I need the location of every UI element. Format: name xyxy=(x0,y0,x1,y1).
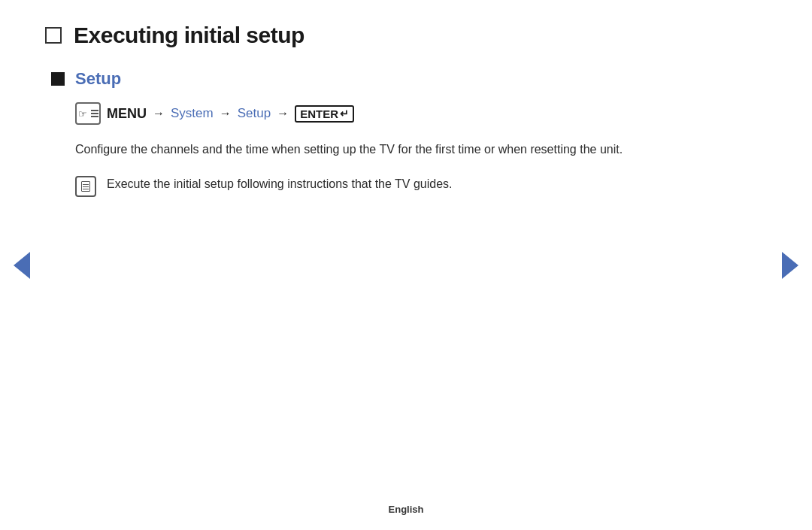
note-icon-inner xyxy=(81,181,90,192)
section-title-row: Setup xyxy=(51,69,752,89)
footer-language: English xyxy=(389,504,424,515)
arrow-3: → xyxy=(277,107,289,120)
enter-arrow-icon: ↵ xyxy=(340,108,349,120)
nav-prev-button[interactable] xyxy=(14,252,30,279)
system-link: System xyxy=(171,106,214,121)
menu-bar-2 xyxy=(91,113,98,114)
section-title: Setup xyxy=(75,69,121,89)
setup-link: Setup xyxy=(238,106,271,121)
menu-bar-1 xyxy=(91,110,98,111)
finger-icon: ☞ xyxy=(78,108,87,120)
note-icon xyxy=(75,176,96,197)
note-line-2 xyxy=(83,186,89,188)
description-text: Configure the channels and the time when… xyxy=(75,140,729,159)
note-row: Execute the initial setup following inst… xyxy=(75,174,752,197)
main-content: Executing initial setup Setup ☞ MENU → S… xyxy=(0,0,812,197)
menu-word: MENU xyxy=(107,106,147,122)
menu-bar-3 xyxy=(91,116,98,117)
section: Setup ☞ MENU → System → Setup → ENTER↵ xyxy=(51,69,752,197)
page-title: Executing initial setup xyxy=(74,23,304,48)
menu-icon: ☞ xyxy=(75,102,101,125)
black-square-icon xyxy=(51,72,65,86)
enter-text: ENTER xyxy=(300,108,338,120)
page-title-row: Executing initial setup xyxy=(45,23,752,48)
menu-path-row: ☞ MENU → System → Setup → ENTER↵ xyxy=(75,102,752,125)
menu-bars xyxy=(91,110,98,117)
arrow-1: → xyxy=(153,107,165,120)
checkbox-icon xyxy=(45,27,62,44)
enter-icon: ENTER↵ xyxy=(295,105,354,123)
note-text: Execute the initial setup following inst… xyxy=(107,174,453,194)
note-line-1 xyxy=(83,184,89,186)
note-line-3 xyxy=(83,189,89,190)
arrow-2: → xyxy=(220,107,232,120)
nav-next-button[interactable] xyxy=(782,252,798,279)
